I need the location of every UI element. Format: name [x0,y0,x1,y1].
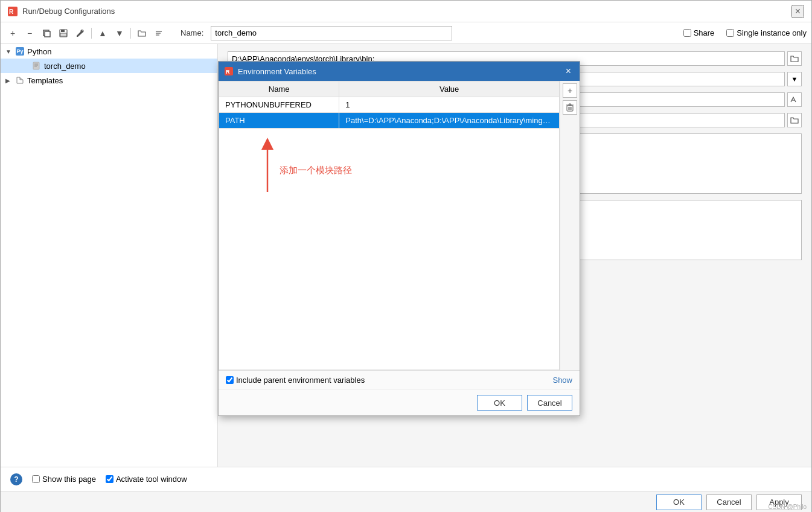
dialog-title-left: R Environment Variables [225,67,316,76]
left-panel: ▼ Py Python torch_demo [1,44,218,467]
dropdown-button[interactable]: ▼ [787,72,802,86]
env-name-cell: PYTHONUNBUFFERED [219,97,339,113]
templates-icon [15,75,25,85]
side-buttons: + [560,81,580,370]
action-buttons-bar: OK Cancel Apply [1,491,811,512]
include-parent-checkbox[interactable] [226,376,234,384]
torch-demo-label: torch_demo [44,62,86,71]
dialog-ok-button[interactable]: OK [477,395,522,411]
settings-button[interactable] [73,26,88,40]
wrench-icon [76,29,85,37]
move-down-button[interactable]: ▼ [112,26,127,40]
dialog-buttons: OK Cancel [219,389,580,415]
env-name-cell-path: PATH [219,113,339,129]
title-bar-left: R Run/Debug Configurations [8,7,115,16]
folder-browse-icon [790,117,799,124]
table-wrapper: Name Value PYTHONUNBUFFERED 1 PATH Path\… [219,81,580,370]
add-config-button[interactable]: + [5,26,20,40]
sort-icon [155,29,163,37]
folder-icon [138,30,146,37]
save-config-button[interactable] [56,26,71,40]
name-label: Name: [181,28,203,37]
title-bar: R Run/Debug Configurations × [1,1,811,22]
svg-text:R: R [9,8,14,15]
table-row[interactable]: PATH Path\=D:\APP\Anaconda;D:\APP\Anacon… [219,113,560,129]
browse-button-2[interactable] [787,113,802,127]
activate-checkbox[interactable] [106,475,113,483]
toolbar-separator-2 [130,28,131,39]
tree-item-python[interactable]: ▼ Py Python [1,44,217,59]
single-instance-label: Single instance only [726,28,807,37]
ide-icon: R [8,7,18,16]
bottom-bar: ? Show this page Activate tool window [1,467,811,491]
window-title: Run/Debug Configurations [22,7,115,16]
share-checkbox[interactable] [683,29,691,37]
working-dir-browse-button[interactable] [787,51,802,66]
dialog-title-text: Environment Variables [238,67,316,76]
svg-rect-3 [45,31,50,37]
col-name-header: Name [219,82,339,97]
python-label: Python [27,47,51,56]
env-variables-dialog: R Environment Variables × Name Value [218,61,580,416]
env-table: Name Value PYTHONUNBUFFERED 1 PATH Path\… [219,81,560,129]
expand-icon [790,96,799,103]
tree-arrow-python: ▼ [5,48,13,55]
col-value-header: Value [339,82,560,97]
window-close-button[interactable]: × [791,5,804,18]
folder-button[interactable] [135,26,149,40]
toolbar-separator-1 [91,28,92,39]
single-instance-checkbox[interactable] [726,29,734,37]
templates-label: Templates [27,76,63,85]
dialog-footer-left: Include parent environment variables [226,376,365,385]
dialog-ide-icon: R [225,67,233,75]
move-up-button[interactable]: ▲ [95,26,110,40]
tree-item-torch-demo[interactable]: torch_demo [1,59,217,73]
remove-config-button[interactable]: − [22,26,37,40]
show-link[interactable]: Show [552,376,572,385]
activate-label[interactable]: Activate tool window [106,475,187,484]
env-value-cell-path: Path\=D:\APP\Anaconda;D:\APP\Anaconda\Li… [339,113,560,129]
help-icon[interactable]: ? [10,473,22,485]
table-row[interactable]: PYTHONUNBUFFERED 1 [219,97,560,113]
dialog-cancel-button[interactable]: Cancel [527,395,572,411]
trash-icon [566,103,574,112]
show-page-label[interactable]: Show this page [32,475,96,484]
empty-area: 添加一个模块路径 [219,129,560,370]
main-window: R Run/Debug Configurations × + − [0,0,812,512]
copy-config-button[interactable] [39,26,54,40]
ok-button[interactable]: OK [656,494,702,510]
show-page-checkbox[interactable] [32,475,40,483]
dialog-close-button[interactable]: × [563,66,574,76]
toolbar: + − ▲ ▼ [1,22,811,44]
save-icon [59,29,68,37]
copy-icon [42,29,51,37]
delete-env-button[interactable] [563,100,577,115]
sort-button[interactable] [152,26,166,40]
table-content: Name Value PYTHONUNBUFFERED 1 PATH Path\… [219,81,560,370]
svg-text:R: R [226,69,230,75]
browse-folder-icon [790,55,799,62]
dialog-footer: Include parent environment variables Sho… [219,370,580,389]
tree-arrow-templates: ▶ [5,77,13,84]
svg-rect-22 [569,104,571,105]
add-env-button[interactable]: + [563,83,577,98]
env-value-cell: 1 [339,97,560,113]
config-file-icon [32,61,42,71]
annotation-text: 添加一个模块路径 [280,165,352,176]
include-parent-label: Include parent environment variables [236,376,365,385]
expand-browse-button[interactable] [787,92,802,107]
svg-rect-11 [33,62,39,69]
svg-rect-6 [60,33,66,36]
python-icon: Py [15,46,25,56]
share-label: Share [683,28,715,37]
tree-item-templates[interactable]: ▶ Templates [1,73,217,88]
cancel-button[interactable]: Cancel [706,494,752,510]
watermark: CSDN @Philo [768,504,807,510]
dialog-title-bar: R Environment Variables × [219,62,580,81]
config-name-input[interactable] [211,26,452,40]
svg-rect-5 [61,30,65,32]
